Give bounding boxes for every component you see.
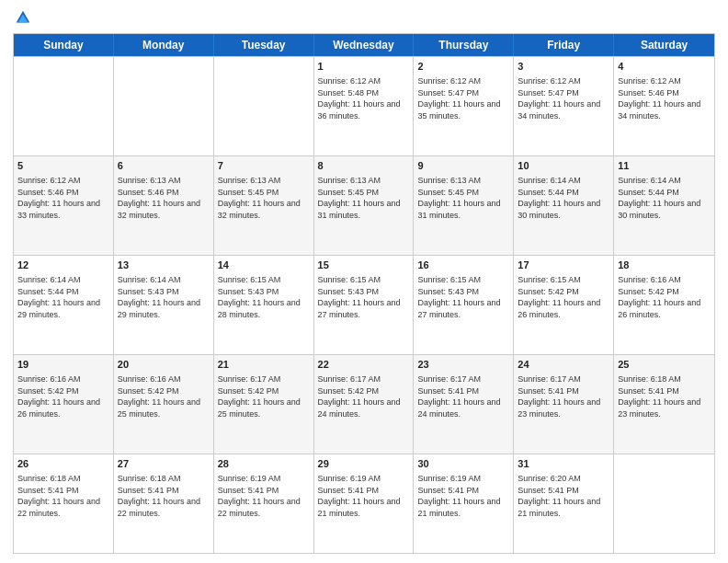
day-number: 15 xyxy=(318,259,410,272)
calendar-cell: 13Sunrise: 6:14 AM Sunset: 5:43 PM Dayli… xyxy=(114,256,214,354)
day-number: 13 xyxy=(118,259,210,272)
calendar-cell: 6Sunrise: 6:13 AM Sunset: 5:46 PM Daylig… xyxy=(114,156,214,255)
calendar-cell xyxy=(214,57,314,155)
day-number: 21 xyxy=(218,358,310,372)
day-info: Sunrise: 6:16 AM Sunset: 5:42 PM Dayligh… xyxy=(118,374,200,419)
day-number: 27 xyxy=(118,457,210,471)
day-number: 14 xyxy=(218,259,310,272)
calendar-row: 1Sunrise: 6:12 AM Sunset: 5:48 PM Daylig… xyxy=(14,56,714,155)
day-number: 2 xyxy=(417,60,509,74)
day-info: Sunrise: 6:17 AM Sunset: 5:42 PM Dayligh… xyxy=(318,374,401,419)
calendar-cell: 9Sunrise: 6:13 AM Sunset: 5:45 PM Daylig… xyxy=(414,156,514,255)
day-info: Sunrise: 6:14 AM Sunset: 5:43 PM Dayligh… xyxy=(118,275,200,319)
day-info: Sunrise: 6:13 AM Sunset: 5:45 PM Dayligh… xyxy=(218,176,301,220)
calendar-cell: 18Sunrise: 6:16 AM Sunset: 5:42 PM Dayli… xyxy=(614,256,714,354)
day-number: 30 xyxy=(417,457,509,471)
day-info: Sunrise: 6:17 AM Sunset: 5:42 PM Dayligh… xyxy=(218,374,301,419)
day-info: Sunrise: 6:20 AM Sunset: 5:41 PM Dayligh… xyxy=(518,474,600,518)
day-number: 22 xyxy=(318,358,410,372)
calendar-cell: 27Sunrise: 6:18 AM Sunset: 5:41 PM Dayli… xyxy=(114,454,214,553)
day-number: 19 xyxy=(17,358,109,372)
day-number: 16 xyxy=(417,259,509,272)
day-number: 9 xyxy=(417,159,509,173)
day-info: Sunrise: 6:17 AM Sunset: 5:41 PM Dayligh… xyxy=(417,374,500,419)
calendar-row: 5Sunrise: 6:12 AM Sunset: 5:46 PM Daylig… xyxy=(14,155,714,255)
weekday-header: Thursday xyxy=(414,34,514,56)
calendar-cell: 21Sunrise: 6:17 AM Sunset: 5:42 PM Dayli… xyxy=(214,355,314,454)
day-info: Sunrise: 6:18 AM Sunset: 5:41 PM Dayligh… xyxy=(17,474,100,518)
weekday-header: Saturday xyxy=(614,34,714,56)
calendar-cell: 20Sunrise: 6:16 AM Sunset: 5:42 PM Dayli… xyxy=(114,355,214,454)
day-number: 1 xyxy=(318,60,410,74)
calendar-cell: 5Sunrise: 6:12 AM Sunset: 5:46 PM Daylig… xyxy=(14,156,114,255)
calendar-cell: 24Sunrise: 6:17 AM Sunset: 5:41 PM Dayli… xyxy=(514,355,614,454)
day-number: 28 xyxy=(218,457,310,471)
calendar-cell: 22Sunrise: 6:17 AM Sunset: 5:42 PM Dayli… xyxy=(314,355,415,454)
calendar-header: SundayMondayTuesdayWednesdayThursdayFrid… xyxy=(14,34,714,56)
calendar-cell xyxy=(14,57,114,155)
day-number: 11 xyxy=(618,159,711,173)
calendar-cell: 11Sunrise: 6:14 AM Sunset: 5:44 PM Dayli… xyxy=(614,156,714,255)
day-info: Sunrise: 6:15 AM Sunset: 5:42 PM Dayligh… xyxy=(518,275,600,319)
calendar-row: 12Sunrise: 6:14 AM Sunset: 5:44 PM Dayli… xyxy=(14,255,714,354)
calendar-cell: 4Sunrise: 6:12 AM Sunset: 5:46 PM Daylig… xyxy=(614,57,714,155)
day-number: 8 xyxy=(318,159,410,173)
weekday-header: Sunday xyxy=(14,34,114,56)
weekday-header: Tuesday xyxy=(214,34,314,56)
day-number: 29 xyxy=(318,457,410,471)
day-info: Sunrise: 6:15 AM Sunset: 5:43 PM Dayligh… xyxy=(318,275,401,319)
day-info: Sunrise: 6:12 AM Sunset: 5:46 PM Dayligh… xyxy=(17,176,100,220)
calendar-cell: 3Sunrise: 6:12 AM Sunset: 5:47 PM Daylig… xyxy=(514,57,614,155)
calendar-cell: 26Sunrise: 6:18 AM Sunset: 5:41 PM Dayli… xyxy=(14,454,114,553)
calendar-body: 1Sunrise: 6:12 AM Sunset: 5:48 PM Daylig… xyxy=(14,56,714,553)
calendar-cell xyxy=(114,57,214,155)
weekday-header: Monday xyxy=(114,34,214,56)
page: SundayMondayTuesdayWednesdayThursdayFrid… xyxy=(0,0,728,563)
calendar-cell: 29Sunrise: 6:19 AM Sunset: 5:41 PM Dayli… xyxy=(314,454,415,553)
calendar-cell: 16Sunrise: 6:15 AM Sunset: 5:43 PM Dayli… xyxy=(414,256,514,354)
calendar-cell: 15Sunrise: 6:15 AM Sunset: 5:43 PM Dayli… xyxy=(314,256,415,354)
day-number: 12 xyxy=(17,259,109,272)
day-number: 10 xyxy=(518,159,609,173)
day-info: Sunrise: 6:14 AM Sunset: 5:44 PM Dayligh… xyxy=(518,176,600,220)
calendar-cell: 2Sunrise: 6:12 AM Sunset: 5:47 PM Daylig… xyxy=(414,57,514,155)
day-info: Sunrise: 6:13 AM Sunset: 5:45 PM Dayligh… xyxy=(417,176,500,220)
header xyxy=(13,9,715,26)
logo xyxy=(13,9,31,26)
calendar-cell: 7Sunrise: 6:13 AM Sunset: 5:45 PM Daylig… xyxy=(214,156,314,255)
day-info: Sunrise: 6:18 AM Sunset: 5:41 PM Dayligh… xyxy=(618,374,700,419)
day-number: 25 xyxy=(618,358,711,372)
calendar-row: 26Sunrise: 6:18 AM Sunset: 5:41 PM Dayli… xyxy=(14,454,714,553)
calendar-cell: 19Sunrise: 6:16 AM Sunset: 5:42 PM Dayli… xyxy=(14,355,114,454)
day-info: Sunrise: 6:14 AM Sunset: 5:44 PM Dayligh… xyxy=(618,176,700,220)
calendar: SundayMondayTuesdayWednesdayThursdayFrid… xyxy=(13,33,715,554)
day-info: Sunrise: 6:13 AM Sunset: 5:45 PM Dayligh… xyxy=(318,176,401,220)
day-number: 24 xyxy=(518,358,609,372)
calendar-cell: 28Sunrise: 6:19 AM Sunset: 5:41 PM Dayli… xyxy=(214,454,314,553)
day-number: 6 xyxy=(118,159,210,173)
calendar-cell: 23Sunrise: 6:17 AM Sunset: 5:41 PM Dayli… xyxy=(414,355,514,454)
day-info: Sunrise: 6:12 AM Sunset: 5:46 PM Dayligh… xyxy=(618,76,700,121)
day-number: 20 xyxy=(118,358,210,372)
weekday-header: Wednesday xyxy=(314,34,415,56)
calendar-cell: 25Sunrise: 6:18 AM Sunset: 5:41 PM Dayli… xyxy=(614,355,714,454)
day-info: Sunrise: 6:12 AM Sunset: 5:47 PM Dayligh… xyxy=(518,76,600,121)
calendar-cell: 8Sunrise: 6:13 AM Sunset: 5:45 PM Daylig… xyxy=(314,156,415,255)
calendar-cell: 12Sunrise: 6:14 AM Sunset: 5:44 PM Dayli… xyxy=(14,256,114,354)
day-info: Sunrise: 6:14 AM Sunset: 5:44 PM Dayligh… xyxy=(17,275,100,319)
day-info: Sunrise: 6:17 AM Sunset: 5:41 PM Dayligh… xyxy=(518,374,600,419)
logo-icon xyxy=(15,9,31,26)
day-info: Sunrise: 6:15 AM Sunset: 5:43 PM Dayligh… xyxy=(218,275,301,319)
day-info: Sunrise: 6:13 AM Sunset: 5:46 PM Dayligh… xyxy=(118,176,200,220)
day-info: Sunrise: 6:12 AM Sunset: 5:47 PM Dayligh… xyxy=(417,76,500,121)
calendar-cell: 30Sunrise: 6:19 AM Sunset: 5:41 PM Dayli… xyxy=(414,454,514,553)
day-number: 31 xyxy=(518,457,609,471)
day-info: Sunrise: 6:19 AM Sunset: 5:41 PM Dayligh… xyxy=(318,474,401,518)
day-number: 18 xyxy=(618,259,711,272)
day-number: 4 xyxy=(618,60,711,74)
day-number: 23 xyxy=(417,358,509,372)
calendar-cell: 17Sunrise: 6:15 AM Sunset: 5:42 PM Dayli… xyxy=(514,256,614,354)
day-number: 3 xyxy=(518,60,609,74)
day-info: Sunrise: 6:16 AM Sunset: 5:42 PM Dayligh… xyxy=(618,275,700,319)
calendar-cell xyxy=(614,454,714,553)
